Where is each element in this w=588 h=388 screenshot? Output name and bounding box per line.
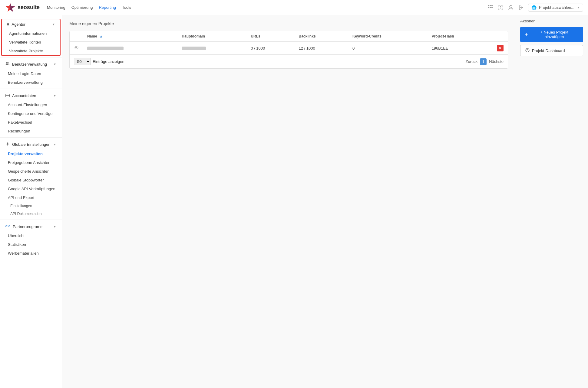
partner-icon bbox=[5, 224, 10, 229]
sidebar-item-projekte-verwalten[interactable]: Projekte verwalten bbox=[1, 149, 61, 158]
plus-icon: + bbox=[525, 32, 528, 37]
sidebar-item-account-einstellungen[interactable]: Account-Einstellungen bbox=[1, 100, 61, 109]
nav-tools[interactable]: Tools bbox=[122, 4, 131, 11]
svg-rect-7 bbox=[490, 7, 491, 8]
chevron-down-icon: ▼ bbox=[577, 6, 580, 9]
pagination-current-page[interactable]: 1 bbox=[480, 58, 487, 65]
td-hauptdomain bbox=[177, 42, 246, 55]
entries-label: Einträge anzeigen bbox=[93, 59, 124, 64]
table-body: 👁 0 / 1000 12 / 1000 0 bbox=[70, 42, 508, 55]
table-header: Name ▲ Hauptdomain URLs Backlinks Keywor… bbox=[70, 31, 508, 42]
svg-rect-5 bbox=[491, 5, 493, 6]
project-name-blurred bbox=[87, 47, 124, 50]
sidebar-item-globale-stoppwoerter[interactable]: Globale Stoppwörter bbox=[1, 176, 61, 184]
logo[interactable]: seosuite bbox=[5, 2, 40, 13]
svg-rect-6 bbox=[488, 7, 489, 8]
sidebar-item-meine-login-daten[interactable]: Meine Login-Daten bbox=[1, 69, 61, 78]
th-project-hash: Project-Hash bbox=[428, 31, 493, 42]
svg-rect-16 bbox=[6, 95, 10, 96]
svg-rect-4 bbox=[490, 5, 491, 6]
svg-line-21 bbox=[527, 50, 528, 50]
sidebar-item-benutzerverwaltung[interactable]: Benutzerverwaltung bbox=[1, 78, 61, 87]
eye-icon[interactable]: 👁 bbox=[74, 45, 79, 51]
delete-project-button[interactable]: ✕ bbox=[497, 45, 504, 51]
sidebar-item-kontingente[interactable]: Kontingente und Verträge bbox=[1, 109, 61, 118]
sidebar-section-globale-einstellungen-header[interactable]: Globale Einstellungen ▼ bbox=[1, 139, 61, 149]
layout: ■ Agentur ▼ Agenturinformationen Verwalt… bbox=[0, 15, 588, 388]
sidebar-item-gespeicherte-ansichten[interactable]: Gespeicherte Ansichten bbox=[1, 167, 61, 176]
sidebar-section-globale-einstellungen: Globale Einstellungen ▼ Projekte verwalt… bbox=[0, 139, 62, 218]
svg-point-13 bbox=[6, 62, 8, 64]
sidebar-item-rechnungen[interactable]: Rechnungen bbox=[1, 127, 61, 135]
chevron-down-icon: ▼ bbox=[53, 143, 56, 146]
table-header-row: Name ▲ Hauptdomain URLs Backlinks Keywor… bbox=[70, 31, 508, 42]
nav-optimierung[interactable]: Optimierung bbox=[71, 4, 93, 11]
sidebar-item-google-api[interactable]: Google API Verknüpfungen bbox=[1, 184, 61, 193]
table-row: 👁 0 / 1000 12 / 1000 0 bbox=[70, 42, 508, 55]
th-name[interactable]: Name ▲ bbox=[83, 31, 177, 42]
sidebar-section-benutzerverwaltung: Benutzerverwaltung ▼ Meine Login-Daten B… bbox=[0, 59, 62, 87]
chevron-down-icon: ▼ bbox=[53, 225, 56, 228]
grid-view-icon[interactable] bbox=[487, 4, 494, 11]
sidebar-section-accountdaten-header[interactable]: Accountdaten ▼ bbox=[1, 91, 61, 100]
td-eye[interactable]: 👁 bbox=[70, 42, 83, 55]
page-title: Meine eigenen Projekte bbox=[69, 21, 508, 26]
new-project-button[interactable]: + + Neues Projekt hinzufügen bbox=[520, 27, 583, 42]
svg-rect-8 bbox=[491, 7, 493, 8]
chevron-down-icon: ▼ bbox=[52, 23, 55, 26]
nav-links: Monitoring Optimierung Reporting Tools bbox=[47, 4, 487, 11]
sidebar-item-uebersicht[interactable]: Übersicht bbox=[1, 231, 61, 240]
sidebar-section-benutzerverwaltung-header[interactable]: Benutzerverwaltung ▼ bbox=[1, 59, 61, 69]
svg-rect-3 bbox=[488, 5, 489, 6]
sidebar-item-verwaltete-konten[interactable]: Verwaltete Konten bbox=[2, 38, 60, 47]
nav-reporting[interactable]: Reporting bbox=[99, 4, 116, 11]
project-select-label: Projekt auswählen... bbox=[539, 5, 574, 10]
sidebar-section-accountdaten: Accountdaten ▼ Account-Einstellungen Kon… bbox=[0, 90, 62, 136]
sidebar-item-api-export-header: API und Export bbox=[1, 193, 61, 202]
divider-2 bbox=[0, 89, 62, 89]
sidebar-item-api-dokumentation[interactable]: API Dokumentation bbox=[1, 210, 61, 218]
project-dashboard-button[interactable]: Projekt-Dashboard bbox=[520, 45, 583, 56]
sidebar-item-freigegebene-ansichten[interactable]: Freigegebene Ansichten bbox=[1, 158, 61, 167]
entries-per-page-select[interactable]: 50 25 100 bbox=[74, 58, 91, 65]
hauptdomain-blurred bbox=[182, 47, 206, 50]
nav-monitoring[interactable]: Monitoring bbox=[47, 4, 65, 11]
th-eye bbox=[70, 31, 83, 42]
sidebar-section-partnerprogramm: Partnerprogramm ▼ Übersicht Statistiken … bbox=[0, 221, 62, 258]
sidebar-item-einstellungen[interactable]: Einstellungen bbox=[1, 202, 61, 210]
sidebar-item-agenturinformationen[interactable]: Agenturinformationen bbox=[2, 29, 60, 38]
sidebar-section-partnerprogramm-header[interactable]: Partnerprogramm ▼ bbox=[1, 222, 61, 231]
projects-table-container: Name ▲ Hauptdomain URLs Backlinks Keywor… bbox=[69, 31, 508, 69]
pagination-next[interactable]: Nächste bbox=[489, 59, 504, 64]
td-delete[interactable]: ✕ bbox=[493, 42, 508, 55]
sidebar-item-paketwechsel[interactable]: Paketwechsel bbox=[1, 118, 61, 127]
divider-3 bbox=[0, 137, 62, 138]
project-select[interactable]: 🌐 Projekt auswählen... ▼ bbox=[528, 4, 583, 11]
td-project-hash: 196B1EE bbox=[428, 42, 493, 55]
sidebar-item-verwaltete-projekte[interactable]: Verwaltete Projekte bbox=[2, 47, 60, 55]
th-actions bbox=[493, 31, 508, 42]
th-urls: URLs bbox=[246, 31, 294, 42]
sort-asc-icon: ▲ bbox=[99, 34, 103, 38]
svg-text:?: ? bbox=[500, 6, 501, 9]
svg-point-18 bbox=[6, 226, 7, 227]
right-panel-title: Aktionen bbox=[520, 19, 583, 23]
entries-select: 50 25 100 Einträge anzeigen bbox=[74, 58, 124, 65]
agentur-icon: ■ bbox=[7, 22, 9, 27]
sidebar-item-statistiken[interactable]: Statistiken bbox=[1, 240, 61, 249]
user-icon[interactable] bbox=[507, 4, 514, 11]
users-icon bbox=[5, 62, 10, 67]
th-hauptdomain: Hauptdomain bbox=[177, 31, 246, 42]
td-urls: 0 / 1000 bbox=[246, 42, 294, 55]
dashboard-icon bbox=[525, 48, 530, 53]
pagination: Zurück 1 Nächste bbox=[466, 58, 504, 65]
sidebar-item-werbematerialien[interactable]: Werbematerialien bbox=[1, 249, 61, 258]
sidebar: ■ Agentur ▼ Agenturinformationen Verwalt… bbox=[0, 15, 62, 388]
sidebar-section-agentur-header[interactable]: ■ Agentur ▼ bbox=[2, 19, 60, 29]
logout-icon[interactable] bbox=[518, 4, 524, 11]
th-backlinks: Backlinks bbox=[295, 31, 348, 42]
pagination-back[interactable]: Zurück bbox=[466, 59, 478, 64]
help-icon[interactable]: ? bbox=[497, 4, 504, 11]
chevron-down-icon: ▼ bbox=[53, 63, 56, 66]
td-keyword-credits: 0 bbox=[348, 42, 428, 55]
